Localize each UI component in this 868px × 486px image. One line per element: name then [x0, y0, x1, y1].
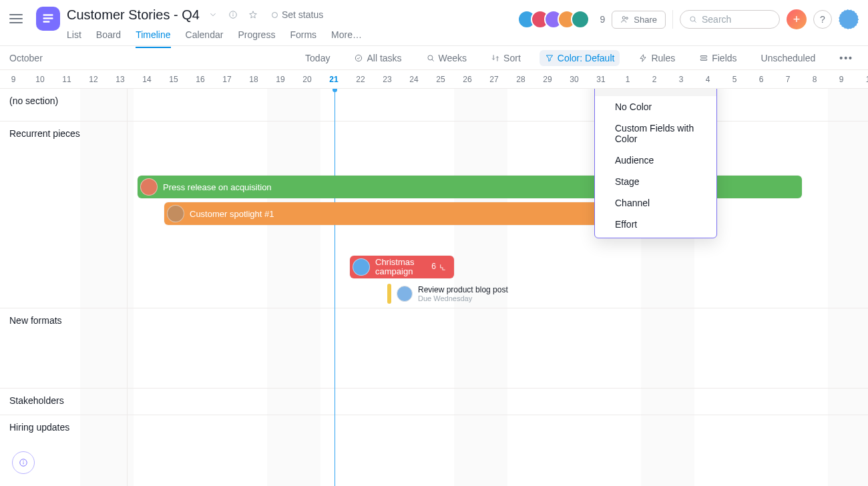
tab-board[interactable]: Board — [96, 29, 121, 48]
svg-rect-1 — [43, 17, 53, 19]
section-label[interactable]: Recurrent pieces — [9, 128, 80, 139]
date-cell: 22 — [347, 70, 374, 88]
date-cell: 4 — [694, 70, 721, 88]
date-cell: 18 — [240, 70, 267, 88]
member-avatar — [571, 10, 590, 29]
today-line — [335, 89, 335, 486]
date-cell: 2 — [641, 70, 668, 88]
subtask-count: 6 — [431, 262, 436, 271]
project-icon — [36, 7, 60, 31]
date-cell: 28 — [507, 70, 534, 88]
unscheduled-button[interactable]: Unscheduled — [756, 50, 821, 66]
zoom-label: Weeks — [439, 53, 467, 63]
svg-point-8 — [626, 17, 628, 19]
project-title[interactable]: Customer Stories - Q4 — [67, 7, 200, 23]
rules-label: Rules — [651, 53, 675, 63]
svg-point-20 — [23, 461, 24, 461]
tab-timeline[interactable]: Timeline — [136, 29, 170, 48]
set-status-button[interactable]: Set status — [266, 8, 329, 21]
color-option-custom-fields-with-color[interactable]: Custom Fields with Color — [595, 117, 716, 150]
share-button[interactable]: Share — [612, 11, 666, 29]
sidebar-toggle[interactable] — [9, 9, 28, 28]
rules-button[interactable]: Rules — [633, 50, 680, 66]
date-cell: 1 — [614, 70, 641, 88]
section-row: Hiring updates — [0, 415, 868, 455]
tab-more-[interactable]: More… — [331, 29, 362, 48]
all-tasks-label: All tasks — [367, 53, 401, 63]
section-label[interactable]: Stakeholders — [9, 395, 64, 406]
check-circle-icon — [354, 53, 363, 63]
tab-list[interactable]: List — [67, 29, 81, 48]
date-cell: 30 — [561, 70, 588, 88]
date-cell: 12 — [80, 70, 107, 88]
color-option-channel[interactable]: Channel — [595, 192, 716, 214]
date-cell: 6 — [748, 70, 775, 88]
color-option-audience[interactable]: Audience — [595, 150, 716, 171]
info-icon[interactable] — [226, 8, 240, 21]
svg-line-13 — [432, 59, 434, 61]
date-cell: 23 — [374, 70, 401, 88]
fields-button[interactable]: Fields — [694, 50, 742, 66]
help-button[interactable]: ? — [813, 10, 832, 29]
svg-rect-0 — [43, 14, 53, 16]
date-cell: 8 — [801, 70, 828, 88]
task-bar-customer-spotlight[interactable]: Customer spotlight #1 2 — [164, 202, 642, 225]
svg-point-5 — [233, 13, 234, 13]
svg-point-7 — [623, 17, 626, 19]
color-option-asana-default[interactable]: Asana Default — [595, 89, 716, 96]
date-cell: 1 — [855, 70, 868, 88]
zoom-icon — [426, 53, 435, 63]
member-overflow-count[interactable]: 9 — [600, 14, 606, 25]
fields-icon — [699, 53, 708, 63]
tab-progress[interactable]: Progress — [238, 29, 275, 48]
tab-forms[interactable]: Forms — [290, 29, 316, 48]
date-cell: 20 — [294, 70, 320, 88]
color-label: Color: Default — [558, 53, 615, 63]
svg-point-9 — [690, 17, 695, 21]
info-bubble-button[interactable] — [12, 451, 35, 474]
zoom-weeks[interactable]: Weeks — [421, 50, 473, 66]
date-cell: 24 — [401, 70, 427, 88]
section-label[interactable]: New formats — [9, 315, 62, 326]
date-cell: 19 — [267, 70, 294, 88]
color-dropdown-menu[interactable]: Asana DefaultNo ColorCustom Fields with … — [594, 89, 717, 238]
svg-marker-14 — [640, 54, 646, 61]
section-label[interactable]: (no section) — [9, 95, 58, 106]
task-bar-christmas-campaign[interactable]: Christmas campaign 6 — [350, 256, 454, 278]
color-option-stage[interactable]: Stage — [595, 171, 716, 192]
subtask-icon — [439, 263, 447, 272]
task-review-blog[interactable]: Review product blog post Due Wednesday — [387, 284, 508, 304]
star-icon[interactable] — [246, 8, 260, 21]
chevron-down-icon[interactable] — [206, 8, 220, 21]
search-input[interactable]: Search — [680, 10, 780, 29]
date-cell: 17 — [214, 70, 240, 88]
assignee-avatar — [397, 286, 413, 302]
date-cell: 3 — [668, 70, 694, 88]
member-avatars[interactable] — [517, 10, 590, 29]
svg-marker-6 — [250, 11, 257, 18]
date-cell: 14 — [134, 70, 160, 88]
filter-icon — [545, 53, 554, 63]
section-row: (no section) — [0, 89, 868, 121]
task-title: Review product blog post — [418, 285, 508, 294]
all-tasks-filter[interactable]: All tasks — [349, 50, 407, 66]
today-button[interactable]: Today — [300, 50, 335, 66]
sort-label: Sort — [503, 53, 521, 63]
date-cell: 7 — [775, 70, 801, 88]
color-option-effort[interactable]: Effort — [595, 214, 716, 235]
date-cell: 16 — [187, 70, 214, 88]
divider — [672, 10, 673, 29]
lightning-icon — [638, 53, 648, 63]
more-actions-button[interactable]: ••• — [834, 50, 859, 66]
date-cell: 13 — [107, 70, 134, 88]
task-due: Due Wednesday — [418, 294, 508, 302]
section-label[interactable]: Hiring updates — [9, 422, 69, 433]
profile-avatar[interactable] — [839, 9, 859, 29]
search-icon — [688, 15, 698, 24]
color-option-no-color[interactable]: No Color — [595, 96, 716, 117]
sort-icon — [491, 53, 500, 63]
sort-button[interactable]: Sort — [485, 50, 526, 66]
tab-calendar[interactable]: Calendar — [186, 29, 224, 48]
color-filter-button[interactable]: Color: Default — [539, 50, 620, 66]
quick-add-button[interactable]: + — [787, 9, 807, 29]
